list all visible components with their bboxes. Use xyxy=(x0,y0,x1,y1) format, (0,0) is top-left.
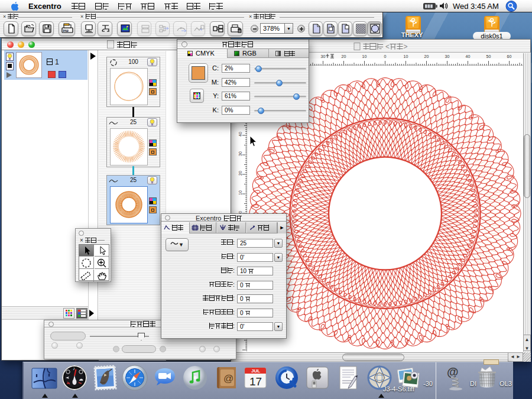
svg-text:20: 20 xyxy=(342,54,346,59)
svg-text:30: 30 xyxy=(238,151,242,156)
svg-text:10: 10 xyxy=(404,54,408,59)
svg-text:@: @ xyxy=(223,373,233,384)
svg-text:@: @ xyxy=(447,365,459,378)
svg-text:JUL: JUL xyxy=(251,368,260,374)
svg-text:EPS: EPS xyxy=(64,30,69,33)
svg-text:20: 20 xyxy=(424,54,429,59)
svg-text:30: 30 xyxy=(321,54,326,59)
svg-text:17: 17 xyxy=(249,375,262,388)
svg-text:♪: ♪ xyxy=(73,366,75,371)
svg-text:40: 40 xyxy=(238,132,242,137)
svg-text:20: 20 xyxy=(238,171,242,176)
svg-text:40: 40 xyxy=(466,54,471,59)
svg-text:60: 60 xyxy=(507,54,512,59)
svg-text:30: 30 xyxy=(445,54,450,59)
svg-text:50: 50 xyxy=(486,54,491,59)
svg-text:0: 0 xyxy=(384,54,387,59)
svg-text:10: 10 xyxy=(238,190,242,195)
svg-text:10: 10 xyxy=(362,54,367,59)
